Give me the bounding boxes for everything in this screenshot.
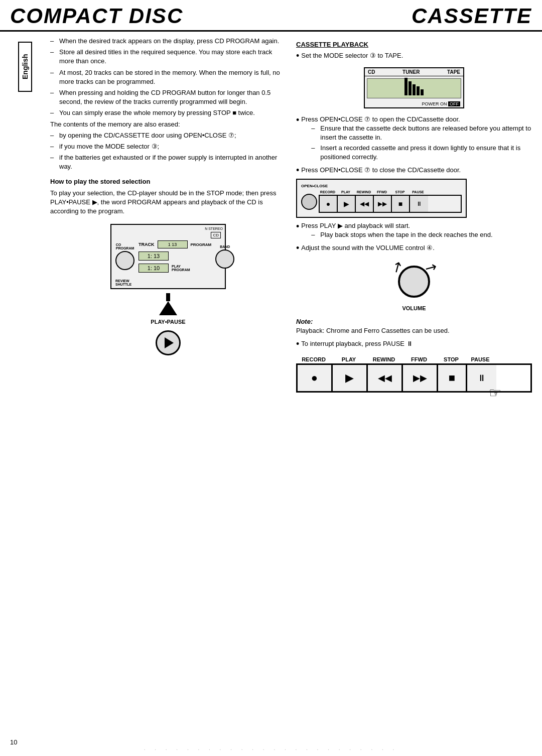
note-section: Note: Playback: Chrome and Ferro Cassett… xyxy=(296,317,532,335)
power-on-label: POWER ON OFF xyxy=(422,101,460,106)
volume-knob-container: ↗ ↗ xyxy=(389,259,439,304)
cd-unit-diagram: N STEREO CD COPROGRAM TRACK 1 13 PROGRAM xyxy=(110,224,226,289)
deck-buttons-container: RECORD PLAY REWIND FFWD STOP PAUSE ● ▶ ◀… xyxy=(301,190,462,213)
compact-disc-content: When the desired track appears on the di… xyxy=(50,37,286,393)
bottom-label-rewind: REWIND xyxy=(366,356,401,362)
sub-list-4: Play back stops when the tape in the dec… xyxy=(301,230,492,239)
sub-list-2: Ensure that the cassette deck buttons ar… xyxy=(301,124,532,162)
bottom-btn-row: ● ▶ ◀◀ ▶▶ ■ ⏸ ☞ xyxy=(296,363,532,393)
bullet-dot-5: • xyxy=(296,243,299,253)
bottom-pause-btn[interactable]: ⏸ ☞ xyxy=(467,365,496,391)
bullet-dot-6: • xyxy=(296,339,299,348)
cassette-bullet-3: • Press OPEN•CLOSE ⑦ to close the CD/Cas… xyxy=(296,166,532,175)
deck-right-area: RECORD PLAY REWIND FFWD STOP PAUSE ● ▶ ◀… xyxy=(319,190,462,213)
open-close-label: OPEN•CLOSE xyxy=(301,184,462,188)
deck-button-labels: RECORD PLAY REWIND FFWD STOP PAUSE xyxy=(319,190,462,194)
memory-item-1: by opening the CD/CASSETTE door using OP… xyxy=(50,131,286,140)
bar-2 xyxy=(409,81,412,95)
note-label: Note: xyxy=(296,318,313,325)
bottom-stop-btn[interactable]: ■ xyxy=(438,365,467,391)
label-rewind: REWIND xyxy=(355,190,373,194)
mode-tuner: TUNER xyxy=(402,69,420,75)
cd-band-knob xyxy=(215,249,234,269)
bottom-label-pause: PAUSE xyxy=(466,356,495,362)
play-pause-label: PLAY•PAUSE xyxy=(151,318,185,326)
volume-knob xyxy=(398,266,430,298)
cassette-bullet-4: • Press PLAY ▶ and playback will start. … xyxy=(296,222,532,240)
time-display-1: 1: 13 xyxy=(139,251,169,261)
cassette-content: CASSETTE PLAYBACK • Set the MODE selecto… xyxy=(296,37,532,393)
play-triangle-icon xyxy=(165,337,174,348)
title-cassette: CASSETTE xyxy=(412,4,532,28)
cassette-text-6: To interrupt playback, press PAUSE ⏸ xyxy=(301,339,413,348)
english-label: English xyxy=(18,42,32,92)
cd-bullet-2: Store all desired titles in the required… xyxy=(50,48,286,66)
label-play: PLAY xyxy=(337,190,355,194)
memory-item-3: if the batteries get exhausted or if the… xyxy=(50,153,286,171)
cassette-bullet-6: • To interrupt playback, press PAUSE ⏸ xyxy=(296,339,532,348)
how-to-play-text: To play your selection, the CD-player sh… xyxy=(50,189,286,216)
label-ffwd: FFWD xyxy=(373,190,391,194)
bottom-label-ffwd: FFWD xyxy=(401,356,437,362)
bottom-label-record: RECORD xyxy=(296,356,331,362)
title-compact-disc: COMPACT DISC xyxy=(10,4,183,28)
bullet-dot-2: • xyxy=(296,115,299,124)
bar-1 xyxy=(404,78,408,95)
deck-open-knob xyxy=(301,194,317,210)
bottom-rewind-btn[interactable]: ◀◀ xyxy=(368,365,403,391)
deck-ffwd-btn[interactable]: ▶▶ xyxy=(374,196,392,212)
bottom-label-stop: STOP xyxy=(437,356,466,362)
sub-item-4a: Play back stops when the tape in the dec… xyxy=(311,230,492,239)
bottom-play-btn[interactable]: ▶ xyxy=(333,365,368,391)
language-sidebar: English xyxy=(10,37,40,393)
play-button-circle xyxy=(156,330,181,355)
cd-badge: CD xyxy=(211,232,221,238)
sub-item-2b: Insert a recorded cassette and press it … xyxy=(311,144,532,162)
cd-bullet-1: When the desired track appears on the di… xyxy=(50,37,286,46)
sub-item-2a: Ensure that the cassette deck buttons ar… xyxy=(311,124,532,142)
deck-play-btn[interactable]: ▶ xyxy=(338,196,356,212)
cassette-text-4: Press PLAY ▶ and playback will start. Pl… xyxy=(301,222,492,240)
label-stop: STOP xyxy=(391,190,409,194)
header-right: CASSETTE xyxy=(271,4,532,28)
main-content: English When the desired track appears o… xyxy=(0,32,542,398)
bottom-btn-labels: RECORD PLAY REWIND FFWD STOP PAUSE xyxy=(296,356,532,362)
cassette-deck-diagram: OPEN•CLOSE RECORD PLAY REWIND FFWD STOP … xyxy=(296,179,467,218)
bar-3 xyxy=(413,84,416,95)
memory-item-2: if you move the MODE selector ③; xyxy=(50,142,286,151)
mode-display-area: CD TUNER TAPE POWER ON OFF xyxy=(296,63,532,112)
deck-record-btn[interactable]: ● xyxy=(320,196,338,212)
cassette-section-header: CASSETTE PLAYBACK xyxy=(296,41,532,48)
mode-labels: CD TUNER TAPE xyxy=(365,68,463,76)
time-display-2: 1: 10 xyxy=(139,264,169,273)
cassette-bullet-1: • Set the MODE selector ③ to TAPE. xyxy=(296,51,532,60)
deck-pause-btn[interactable]: ⏸ xyxy=(410,196,428,212)
bar-4 xyxy=(417,86,420,95)
cd-bullet-3: At most, 20 tracks can be stored in the … xyxy=(50,68,286,86)
volume-label: VOLUME xyxy=(402,305,426,311)
volume-area: ↗ ↗ VOLUME xyxy=(296,259,532,311)
bottom-label-play: PLAY xyxy=(331,356,366,362)
cd-program-knob xyxy=(115,251,134,270)
note-text: Note: Playback: Chrome and Ferro Cassett… xyxy=(296,317,532,335)
bottom-record-btn[interactable]: ● xyxy=(298,365,333,391)
cd-diagram-area: N STEREO CD COPROGRAM TRACK 1 13 PROGRAM xyxy=(50,224,286,355)
cassette-deck-area: OPEN•CLOSE RECORD PLAY REWIND FFWD STOP … xyxy=(296,179,532,218)
deck-rewind-btn[interactable]: ◀◀ xyxy=(356,196,374,212)
label-pause: PAUSE xyxy=(409,190,427,194)
header-left: COMPACT DISC xyxy=(10,4,271,28)
cassette-text-2: Press OPEN•CLOSE ⑦ to open the CD/Casset… xyxy=(301,115,532,163)
how-to-play-title: How to play the stored selection xyxy=(50,177,286,186)
bar-5 xyxy=(421,89,424,95)
deck-buttons-row: ● ▶ ◀◀ ▶▶ ■ ⏸ xyxy=(319,195,462,213)
bullet-dot-1: • xyxy=(296,51,299,60)
deck-stop-btn[interactable]: ■ xyxy=(392,196,410,212)
arrow-stem xyxy=(166,293,170,301)
mode-bars xyxy=(404,81,424,95)
bottom-ffwd-btn[interactable]: ▶▶ xyxy=(403,365,438,391)
power-off-badge: OFF xyxy=(448,101,460,106)
footer-decoration: . . . . . . . . . . . . . . . . . . . . … xyxy=(0,745,542,751)
label-record: RECORD xyxy=(319,190,337,194)
cd-bullet-5: You can simply erase the whole memory by… xyxy=(50,108,286,117)
arrow-up xyxy=(159,301,177,315)
